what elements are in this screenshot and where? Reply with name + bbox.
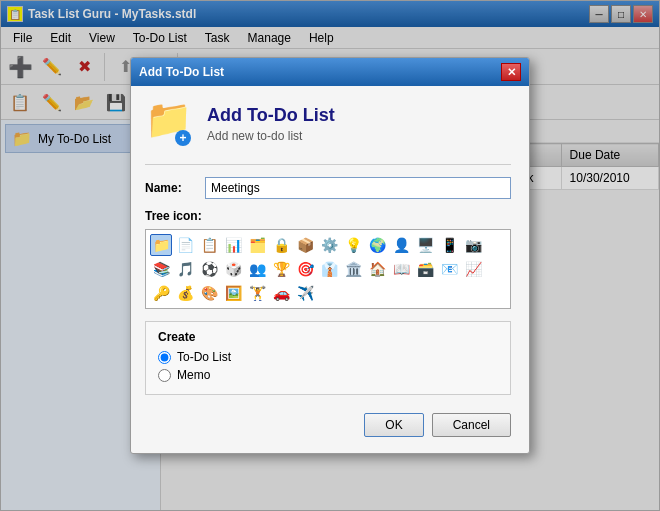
- dialog-big-icon: 📁 +: [145, 100, 193, 148]
- icon-cell-4[interactable]: 🗂️: [246, 234, 268, 256]
- icon-cell-2[interactable]: 📋: [198, 234, 220, 256]
- icon-cell-12[interactable]: 📱: [438, 234, 460, 256]
- radio-memo-label[interactable]: Memo: [177, 368, 210, 382]
- icon-cell-21[interactable]: 👔: [318, 258, 340, 280]
- icon-cell-5[interactable]: 🔒: [270, 234, 292, 256]
- icon-cell-15[interactable]: 🎵: [174, 258, 196, 280]
- dialog-close-button[interactable]: ✕: [501, 63, 521, 81]
- icon-cell-16[interactable]: ⚽: [198, 258, 220, 280]
- create-section: Create To-Do List Memo: [145, 321, 511, 395]
- icon-cell-18[interactable]: 👥: [246, 258, 268, 280]
- icon-cell-23[interactable]: 🏠: [366, 258, 388, 280]
- icon-grid: 📁 📄 📋 📊 🗂️ 🔒 📦 ⚙️ 💡 🌍 👤 🖥️ 📱 📷 📚 🎵: [145, 229, 511, 309]
- icon-cell-27[interactable]: 📈: [462, 258, 484, 280]
- dialog-heading: Add To-Do List: [207, 105, 335, 126]
- icon-cell-24[interactable]: 📖: [390, 258, 412, 280]
- tree-icon-label: Tree icon:: [145, 209, 511, 223]
- name-label: Name:: [145, 181, 205, 195]
- icon-cell-28[interactable]: 🔑: [150, 282, 172, 304]
- radio-todo-list: To-Do List: [158, 350, 498, 364]
- cancel-button[interactable]: Cancel: [432, 413, 511, 437]
- dialog-titlebar: Add To-Do List ✕: [131, 58, 529, 86]
- name-row: Name:: [145, 177, 511, 199]
- dialog-header-area: 📁 + Add To-Do List Add new to-do list: [145, 100, 511, 148]
- radio-todo-input[interactable]: [158, 351, 171, 364]
- icon-cell-11[interactable]: 🖥️: [414, 234, 436, 256]
- icon-cell-19[interactable]: 🏆: [270, 258, 292, 280]
- icon-cell-10[interactable]: 👤: [390, 234, 412, 256]
- icon-cell-14[interactable]: 📚: [150, 258, 172, 280]
- icon-cell-9[interactable]: 🌍: [366, 234, 388, 256]
- icon-cell-17[interactable]: 🎲: [222, 258, 244, 280]
- add-todo-dialog: Add To-Do List ✕ 📁 + Add To-Do List Add …: [130, 57, 530, 454]
- icon-cell-26[interactable]: 📧: [438, 258, 460, 280]
- radio-todo-label[interactable]: To-Do List: [177, 350, 231, 364]
- icon-cell-30[interactable]: 🎨: [198, 282, 220, 304]
- icon-cell-31[interactable]: 🖼️: [222, 282, 244, 304]
- dialog-body: 📁 + Add To-Do List Add new to-do list Na…: [131, 86, 529, 453]
- ok-button[interactable]: OK: [364, 413, 423, 437]
- icon-cell-8[interactable]: 💡: [342, 234, 364, 256]
- icon-cell-13[interactable]: 📷: [462, 234, 484, 256]
- name-input[interactable]: [205, 177, 511, 199]
- radio-memo-input[interactable]: [158, 369, 171, 382]
- icon-cell-6[interactable]: 📦: [294, 234, 316, 256]
- create-label: Create: [158, 330, 498, 344]
- plus-badge-icon: +: [175, 130, 191, 146]
- icon-cell-0[interactable]: 📁: [150, 234, 172, 256]
- icon-cell-1[interactable]: 📄: [174, 234, 196, 256]
- icon-cell-29[interactable]: 💰: [174, 282, 196, 304]
- icon-cell-34[interactable]: ✈️: [294, 282, 316, 304]
- icon-cell-20[interactable]: 🎯: [294, 258, 316, 280]
- dialog-footer: OK Cancel: [145, 409, 511, 439]
- icon-cell-3[interactable]: 📊: [222, 234, 244, 256]
- radio-memo: Memo: [158, 368, 498, 382]
- icon-cell-7[interactable]: ⚙️: [318, 234, 340, 256]
- icon-cell-33[interactable]: 🚗: [270, 282, 292, 304]
- dialog-title: Add To-Do List: [139, 65, 224, 79]
- modal-overlay: Add To-Do List ✕ 📁 + Add To-Do List Add …: [1, 1, 659, 510]
- dialog-subheading: Add new to-do list: [207, 129, 335, 143]
- icon-cell-32[interactable]: 🏋️: [246, 282, 268, 304]
- icon-cell-25[interactable]: 🗃️: [414, 258, 436, 280]
- dialog-divider: [145, 164, 511, 165]
- icon-cell-22[interactable]: 🏛️: [342, 258, 364, 280]
- main-window: 📋 Task List Guru - MyTasks.stdl ─ □ ✕ Fi…: [0, 0, 660, 511]
- dialog-header-text: Add To-Do List Add new to-do list: [207, 105, 335, 143]
